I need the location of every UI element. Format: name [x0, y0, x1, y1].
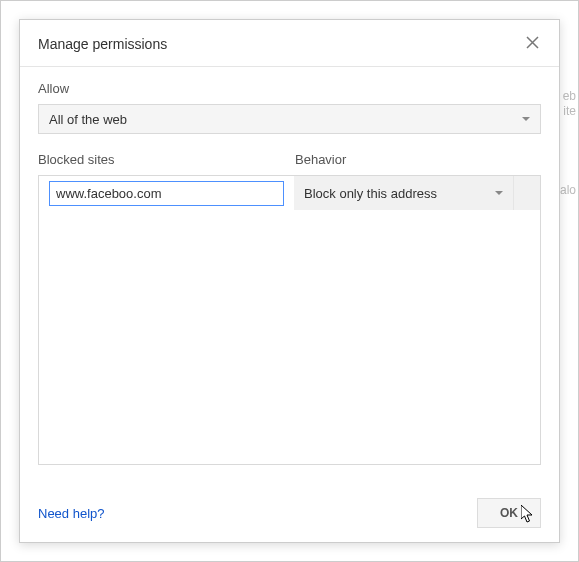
help-link[interactable]: Need help?: [38, 506, 105, 521]
column-headers: Blocked sites Behavior: [38, 152, 541, 167]
chevron-down-icon: [522, 117, 530, 121]
close-icon: [526, 36, 539, 49]
background-text: alo: [560, 183, 576, 197]
allow-label: Allow: [38, 81, 541, 96]
dialog-footer: Need help? OK: [38, 498, 541, 528]
allow-dropdown[interactable]: All of the web: [38, 104, 541, 134]
behavior-header: Behavior: [293, 152, 541, 167]
background-text: eb: [563, 89, 576, 103]
permissions-dialog: Manage permissions Allow All of the web …: [19, 19, 560, 543]
site-input-cell: [39, 176, 294, 210]
blocked-sites-list: Block only this address: [38, 175, 541, 465]
background-text: ite: [563, 104, 576, 118]
dialog-body: Allow All of the web Blocked sites Behav…: [20, 67, 559, 465]
ok-button[interactable]: OK: [477, 498, 541, 528]
allow-selected-value: All of the web: [49, 112, 127, 127]
dialog-title: Manage permissions: [38, 36, 167, 52]
close-button[interactable]: [524, 34, 541, 54]
site-url-input[interactable]: [49, 181, 284, 206]
dialog-header: Manage permissions: [20, 20, 559, 67]
list-row: Block only this address: [39, 176, 540, 210]
behavior-selected-value: Block only this address: [304, 186, 437, 201]
behavior-dropdown[interactable]: Block only this address: [294, 176, 514, 210]
blocked-sites-header: Blocked sites: [38, 152, 293, 167]
chevron-down-icon: [495, 191, 503, 195]
behavior-cell: Block only this address: [294, 176, 540, 210]
